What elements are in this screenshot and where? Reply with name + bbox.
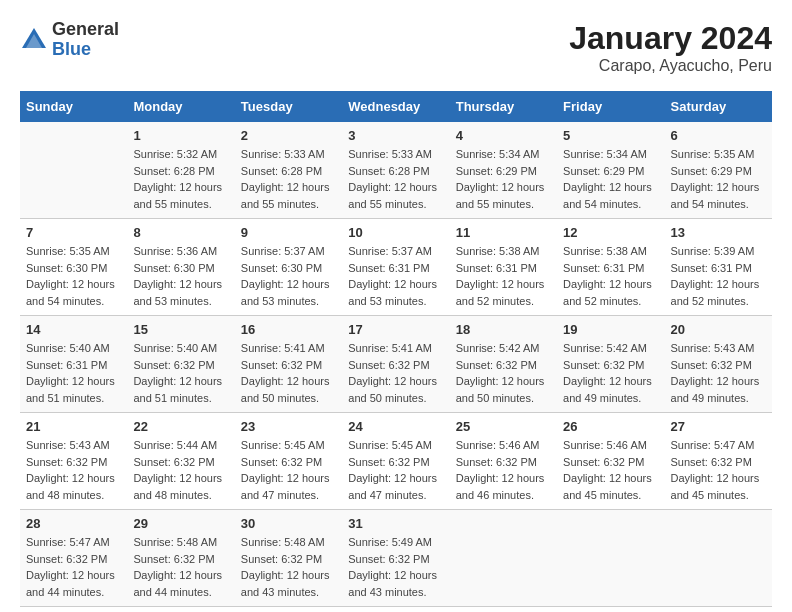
day-number: 2 (241, 128, 336, 143)
day-number: 28 (26, 516, 121, 531)
calendar-cell: 7Sunrise: 5:35 AMSunset: 6:30 PMDaylight… (20, 219, 127, 316)
day-number: 14 (26, 322, 121, 337)
calendar-cell: 21Sunrise: 5:43 AMSunset: 6:32 PMDayligh… (20, 413, 127, 510)
day-info: Sunrise: 5:43 AMSunset: 6:32 PMDaylight:… (26, 437, 121, 503)
day-info: Sunrise: 5:42 AMSunset: 6:32 PMDaylight:… (563, 340, 658, 406)
day-number: 5 (563, 128, 658, 143)
calendar-cell (665, 510, 772, 607)
day-number: 25 (456, 419, 551, 434)
calendar-cell: 5Sunrise: 5:34 AMSunset: 6:29 PMDaylight… (557, 122, 664, 219)
day-number: 19 (563, 322, 658, 337)
day-info: Sunrise: 5:38 AMSunset: 6:31 PMDaylight:… (563, 243, 658, 309)
calendar-cell: 9Sunrise: 5:37 AMSunset: 6:30 PMDaylight… (235, 219, 342, 316)
calendar-cell: 19Sunrise: 5:42 AMSunset: 6:32 PMDayligh… (557, 316, 664, 413)
calendar-cell: 23Sunrise: 5:45 AMSunset: 6:32 PMDayligh… (235, 413, 342, 510)
day-info: Sunrise: 5:48 AMSunset: 6:32 PMDaylight:… (133, 534, 228, 600)
day-info: Sunrise: 5:33 AMSunset: 6:28 PMDaylight:… (348, 146, 443, 212)
day-info: Sunrise: 5:46 AMSunset: 6:32 PMDaylight:… (563, 437, 658, 503)
week-row-2: 7Sunrise: 5:35 AMSunset: 6:30 PMDaylight… (20, 219, 772, 316)
day-number: 30 (241, 516, 336, 531)
week-row-1: 1Sunrise: 5:32 AMSunset: 6:28 PMDaylight… (20, 122, 772, 219)
day-number: 9 (241, 225, 336, 240)
day-number: 27 (671, 419, 766, 434)
day-info: Sunrise: 5:41 AMSunset: 6:32 PMDaylight:… (241, 340, 336, 406)
day-number: 18 (456, 322, 551, 337)
logo: General Blue (20, 20, 119, 60)
day-info: Sunrise: 5:48 AMSunset: 6:32 PMDaylight:… (241, 534, 336, 600)
day-number: 15 (133, 322, 228, 337)
calendar-cell: 24Sunrise: 5:45 AMSunset: 6:32 PMDayligh… (342, 413, 449, 510)
day-number: 7 (26, 225, 121, 240)
calendar-header-row: SundayMondayTuesdayWednesdayThursdayFrid… (20, 91, 772, 122)
calendar-cell: 2Sunrise: 5:33 AMSunset: 6:28 PMDaylight… (235, 122, 342, 219)
day-info: Sunrise: 5:36 AMSunset: 6:30 PMDaylight:… (133, 243, 228, 309)
col-header-friday: Friday (557, 91, 664, 122)
day-number: 17 (348, 322, 443, 337)
calendar-cell: 18Sunrise: 5:42 AMSunset: 6:32 PMDayligh… (450, 316, 557, 413)
calendar-cell: 15Sunrise: 5:40 AMSunset: 6:32 PMDayligh… (127, 316, 234, 413)
calendar-cell (450, 510, 557, 607)
logo-text: General Blue (52, 20, 119, 60)
day-info: Sunrise: 5:44 AMSunset: 6:32 PMDaylight:… (133, 437, 228, 503)
col-header-thursday: Thursday (450, 91, 557, 122)
calendar-cell: 8Sunrise: 5:36 AMSunset: 6:30 PMDaylight… (127, 219, 234, 316)
calendar-cell: 28Sunrise: 5:47 AMSunset: 6:32 PMDayligh… (20, 510, 127, 607)
page-title: January 2024 (569, 20, 772, 57)
calendar-cell: 13Sunrise: 5:39 AMSunset: 6:31 PMDayligh… (665, 219, 772, 316)
calendar-cell (557, 510, 664, 607)
logo-icon (20, 26, 48, 54)
col-header-tuesday: Tuesday (235, 91, 342, 122)
calendar-cell: 29Sunrise: 5:48 AMSunset: 6:32 PMDayligh… (127, 510, 234, 607)
day-info: Sunrise: 5:37 AMSunset: 6:30 PMDaylight:… (241, 243, 336, 309)
day-number: 23 (241, 419, 336, 434)
day-number: 4 (456, 128, 551, 143)
col-header-monday: Monday (127, 91, 234, 122)
calendar-cell: 6Sunrise: 5:35 AMSunset: 6:29 PMDaylight… (665, 122, 772, 219)
day-number: 31 (348, 516, 443, 531)
calendar-cell (20, 122, 127, 219)
calendar-cell: 10Sunrise: 5:37 AMSunset: 6:31 PMDayligh… (342, 219, 449, 316)
page-subtitle: Carapo, Ayacucho, Peru (569, 57, 772, 75)
week-row-4: 21Sunrise: 5:43 AMSunset: 6:32 PMDayligh… (20, 413, 772, 510)
day-info: Sunrise: 5:47 AMSunset: 6:32 PMDaylight:… (671, 437, 766, 503)
day-info: Sunrise: 5:43 AMSunset: 6:32 PMDaylight:… (671, 340, 766, 406)
day-info: Sunrise: 5:34 AMSunset: 6:29 PMDaylight:… (456, 146, 551, 212)
day-info: Sunrise: 5:49 AMSunset: 6:32 PMDaylight:… (348, 534, 443, 600)
day-number: 16 (241, 322, 336, 337)
logo-line2: Blue (52, 40, 119, 60)
calendar-cell: 16Sunrise: 5:41 AMSunset: 6:32 PMDayligh… (235, 316, 342, 413)
day-info: Sunrise: 5:38 AMSunset: 6:31 PMDaylight:… (456, 243, 551, 309)
day-number: 24 (348, 419, 443, 434)
calendar-cell: 26Sunrise: 5:46 AMSunset: 6:32 PMDayligh… (557, 413, 664, 510)
calendar-cell: 14Sunrise: 5:40 AMSunset: 6:31 PMDayligh… (20, 316, 127, 413)
day-info: Sunrise: 5:40 AMSunset: 6:31 PMDaylight:… (26, 340, 121, 406)
week-row-5: 28Sunrise: 5:47 AMSunset: 6:32 PMDayligh… (20, 510, 772, 607)
calendar-cell: 22Sunrise: 5:44 AMSunset: 6:32 PMDayligh… (127, 413, 234, 510)
day-number: 20 (671, 322, 766, 337)
day-number: 10 (348, 225, 443, 240)
day-info: Sunrise: 5:40 AMSunset: 6:32 PMDaylight:… (133, 340, 228, 406)
day-number: 11 (456, 225, 551, 240)
calendar-cell: 31Sunrise: 5:49 AMSunset: 6:32 PMDayligh… (342, 510, 449, 607)
day-number: 6 (671, 128, 766, 143)
day-info: Sunrise: 5:45 AMSunset: 6:32 PMDaylight:… (241, 437, 336, 503)
calendar-cell: 20Sunrise: 5:43 AMSunset: 6:32 PMDayligh… (665, 316, 772, 413)
calendar-cell: 30Sunrise: 5:48 AMSunset: 6:32 PMDayligh… (235, 510, 342, 607)
day-number: 8 (133, 225, 228, 240)
day-number: 13 (671, 225, 766, 240)
week-row-3: 14Sunrise: 5:40 AMSunset: 6:31 PMDayligh… (20, 316, 772, 413)
col-header-saturday: Saturday (665, 91, 772, 122)
day-info: Sunrise: 5:39 AMSunset: 6:31 PMDaylight:… (671, 243, 766, 309)
day-info: Sunrise: 5:33 AMSunset: 6:28 PMDaylight:… (241, 146, 336, 212)
day-info: Sunrise: 5:34 AMSunset: 6:29 PMDaylight:… (563, 146, 658, 212)
page-header: General Blue January 2024 Carapo, Ayacuc… (20, 20, 772, 75)
calendar-cell: 17Sunrise: 5:41 AMSunset: 6:32 PMDayligh… (342, 316, 449, 413)
day-info: Sunrise: 5:32 AMSunset: 6:28 PMDaylight:… (133, 146, 228, 212)
logo-line1: General (52, 20, 119, 40)
calendar-cell: 27Sunrise: 5:47 AMSunset: 6:32 PMDayligh… (665, 413, 772, 510)
day-number: 21 (26, 419, 121, 434)
day-number: 29 (133, 516, 228, 531)
day-number: 12 (563, 225, 658, 240)
day-number: 3 (348, 128, 443, 143)
day-info: Sunrise: 5:47 AMSunset: 6:32 PMDaylight:… (26, 534, 121, 600)
